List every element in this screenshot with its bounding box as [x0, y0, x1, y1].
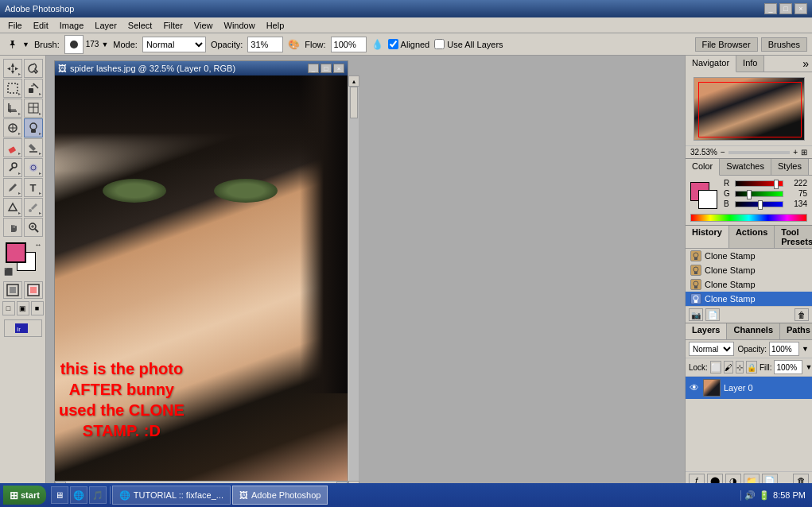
- lock-position-btn[interactable]: ⊹: [736, 361, 744, 373]
- start-button[interactable]: ⊞ start: [3, 486, 46, 505]
- g-slider-thumb[interactable]: [747, 190, 752, 199]
- document-controls[interactable]: _ □ ×: [308, 64, 344, 73]
- use-all-layers-label[interactable]: Use All Layers: [434, 39, 503, 49]
- tool-pen[interactable]: ▸: [3, 178, 22, 197]
- nav-zoom-icon-2[interactable]: ⊞: [801, 148, 807, 157]
- tool-blur[interactable]: ▸: [24, 158, 43, 177]
- tool-eyedropper[interactable]: ▸: [24, 198, 43, 217]
- tool-clone-stamp[interactable]: ▸: [24, 118, 43, 137]
- quick-mask-mode[interactable]: [24, 281, 43, 299]
- menu-select[interactable]: Select: [123, 19, 157, 32]
- b-slider-thumb[interactable]: [758, 200, 763, 210]
- menu-file[interactable]: File: [3, 19, 27, 32]
- maximize-btn[interactable]: □: [779, 3, 792, 14]
- tool-move[interactable]: ▸: [3, 59, 22, 78]
- lock-all-btn[interactable]: 🔒: [746, 361, 757, 373]
- channels-tab[interactable]: Channels: [727, 323, 780, 339]
- mode-select[interactable]: Normal: [142, 37, 206, 52]
- scroll-thumb[interactable]: [350, 87, 358, 118]
- swap-colors-icon[interactable]: ↔: [35, 241, 42, 249]
- aligned-label[interactable]: Aligned: [388, 39, 430, 49]
- navigator-panel-menu[interactable]: »: [799, 56, 812, 72]
- doc-minimize[interactable]: _: [308, 64, 319, 73]
- blend-mode-select[interactable]: Normal: [689, 342, 734, 356]
- media-player-btn[interactable]: 🎵: [89, 486, 107, 504]
- history-item-4[interactable]: Clone Stamp: [686, 292, 812, 306]
- opacity-arrow[interactable]: ▼: [802, 345, 809, 353]
- paths-tab[interactable]: Paths: [780, 323, 812, 339]
- menu-edit[interactable]: Edit: [29, 19, 53, 32]
- layer-visibility-eye[interactable]: 👁: [689, 382, 700, 393]
- menu-image[interactable]: Image: [55, 19, 89, 32]
- tool-lasso[interactable]: [24, 59, 43, 78]
- tool-zoom[interactable]: [24, 218, 43, 237]
- menu-filter[interactable]: Filter: [158, 19, 187, 32]
- menu-help[interactable]: Help: [262, 19, 289, 32]
- use-all-layers-checkbox[interactable]: [434, 39, 445, 49]
- jump-to-imageready[interactable]: Ir: [4, 319, 42, 337]
- r-slider-track[interactable]: [735, 180, 783, 187]
- history-item-2[interactable]: Clone Stamp: [686, 263, 812, 277]
- swatches-tab[interactable]: Swatches: [720, 159, 771, 175]
- tool-healing[interactable]: ▸: [3, 118, 22, 137]
- foreground-color-swatch[interactable]: [6, 242, 26, 263]
- default-colors-icon[interactable]: ⬛: [4, 268, 13, 276]
- show-desktop-btn[interactable]: 🖥: [51, 486, 68, 504]
- zoom-slider[interactable]: [728, 151, 790, 154]
- g-slider-track[interactable]: [735, 191, 783, 197]
- doc-maximize[interactable]: □: [321, 64, 332, 73]
- menu-layer[interactable]: Layer: [90, 19, 122, 32]
- history-item-1[interactable]: Clone Stamp: [686, 249, 812, 263]
- screen-mode-3[interactable]: ■: [31, 301, 44, 315]
- aligned-checkbox[interactable]: [388, 39, 398, 49]
- document-canvas[interactable]: this is the photoAFTER bunnyused the CLO…: [55, 75, 348, 481]
- screen-mode-1[interactable]: □: [2, 301, 15, 315]
- opacity-field[interactable]: [769, 342, 799, 356]
- b-slider-track[interactable]: [735, 201, 783, 207]
- tool-dodge[interactable]: ▸: [3, 158, 22, 177]
- nav-zoom-in-icon[interactable]: +: [793, 148, 798, 157]
- ie-btn[interactable]: 🌐: [70, 486, 87, 504]
- scroll-up-btn[interactable]: ▴: [348, 75, 359, 87]
- brush-preview-area[interactable]: 173 ▼: [64, 35, 109, 54]
- screen-mode-2[interactable]: ▣: [17, 301, 29, 315]
- minimize-btn[interactable]: _: [764, 3, 777, 14]
- history-trash-btn[interactable]: 🗑: [795, 308, 809, 321]
- r-slider-thumb[interactable]: [774, 180, 779, 189]
- tool-options-arrow[interactable]: ▼: [22, 41, 29, 48]
- scroll-track[interactable]: [349, 87, 359, 481]
- opacity-input[interactable]: [247, 37, 283, 52]
- tool-magic-wand[interactable]: ▸: [24, 79, 43, 98]
- color-bg-swatch[interactable]: [698, 190, 717, 209]
- menu-view[interactable]: View: [189, 19, 218, 32]
- window-controls[interactable]: _ □ ×: [764, 3, 807, 14]
- color-panel-menu[interactable]: »: [809, 159, 812, 175]
- tool-hand[interactable]: [3, 218, 22, 237]
- standard-mode[interactable]: [3, 281, 22, 299]
- fill-field[interactable]: [774, 360, 802, 374]
- tool-shape[interactable]: ▸: [3, 198, 22, 217]
- tool-eraser[interactable]: ▸: [3, 138, 22, 157]
- file-browser-tab[interactable]: File Browser: [695, 37, 758, 52]
- info-tab[interactable]: Info: [736, 56, 764, 72]
- tool-crop[interactable]: ▸: [3, 99, 22, 118]
- layer-row-0[interactable]: 👁 Layer 0: [686, 377, 812, 399]
- brush-size-arrow[interactable]: ▼: [101, 41, 108, 48]
- tool-slice[interactable]: ▸: [24, 99, 43, 118]
- tool-paint-bucket[interactable]: ▸: [24, 138, 43, 157]
- color-spectrum[interactable]: [690, 214, 807, 222]
- layers-tab[interactable]: Layers: [686, 323, 727, 339]
- menu-window[interactable]: Window: [220, 19, 260, 32]
- nav-zoom-out-icon[interactable]: −: [721, 148, 725, 157]
- tool-type[interactable]: T ▸: [24, 178, 43, 197]
- history-snapshot-btn[interactable]: 📷: [689, 308, 703, 321]
- navigator-tab[interactable]: Navigator: [686, 56, 736, 72]
- history-tab[interactable]: History: [686, 226, 729, 248]
- close-btn[interactable]: ×: [795, 3, 807, 14]
- doc-close[interactable]: ×: [333, 64, 344, 73]
- vertical-scrollbar[interactable]: ▴ ▾: [348, 75, 359, 490]
- flow-input[interactable]: [331, 37, 367, 52]
- tool-presets-tab[interactable]: Tool Presets: [775, 226, 812, 248]
- history-item-3[interactable]: Clone Stamp: [686, 277, 812, 292]
- lock-transparency-btn[interactable]: ⬜: [710, 361, 721, 373]
